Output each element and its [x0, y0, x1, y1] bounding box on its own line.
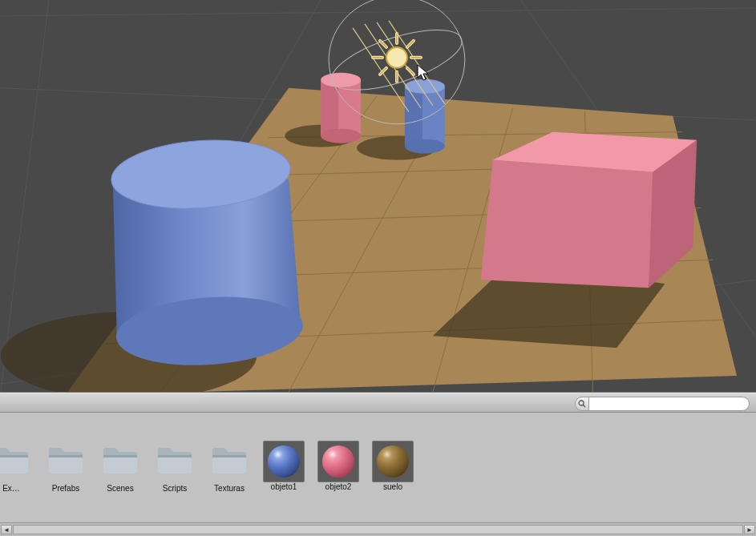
project-folder[interactable]: Prefabs — [43, 441, 88, 493]
svg-point-52 — [579, 401, 584, 405]
project-item-label: suelo — [383, 482, 402, 491]
scene-canvas[interactable] — [0, 0, 756, 392]
svg-point-29 — [386, 47, 407, 68]
pink-cube[interactable] — [481, 132, 697, 288]
small-pink-cylinder[interactable] — [321, 73, 361, 143]
search-icon[interactable] — [575, 397, 589, 411]
svg-point-17 — [321, 129, 361, 143]
project-item-label: objeto1 — [271, 482, 297, 491]
small-blue-cylinder[interactable] — [405, 79, 445, 154]
project-search — [575, 396, 750, 411]
project-folder[interactable]: Texturas — [207, 441, 252, 493]
project-horizontal-scrollbar[interactable]: ◄ ► — [0, 522, 756, 536]
svg-point-21 — [405, 139, 445, 154]
project-folder[interactable]: Scripts — [152, 441, 197, 493]
project-item-label: Scenes — [107, 484, 133, 493]
project-panel[interactable]: Ex… Prefabs Scenes Scripts Texturas — [0, 413, 756, 536]
scroll-left-button[interactable]: ◄ — [1, 525, 12, 534]
project-items-row: Ex… Prefabs Scenes Scripts Texturas — [0, 441, 415, 493]
material-preview-icon — [263, 441, 305, 482]
folder-icon — [46, 444, 85, 476]
project-material[interactable]: objeto1 — [261, 441, 306, 491]
material-preview-icon — [317, 441, 359, 482]
folder-icon — [156, 444, 194, 476]
scroll-track[interactable] — [13, 525, 743, 534]
folder-icon — [0, 444, 30, 476]
project-folder[interactable]: Scenes — [98, 441, 143, 493]
svg-point-22 — [405, 79, 445, 94]
sun-icon — [373, 34, 421, 82]
svg-line-53 — [583, 405, 585, 407]
large-blue-cylinder[interactable] — [109, 135, 305, 371]
project-item-label: objeto2 — [325, 482, 352, 491]
editor-root: Ex… Prefabs Scenes Scripts Texturas — [0, 0, 756, 536]
project-folder[interactable]: Ex… — [0, 441, 34, 493]
project-item-label: Scripts — [163, 484, 188, 493]
material-preview-icon — [372, 441, 414, 482]
folder-icon — [210, 444, 249, 476]
project-search-input[interactable] — [589, 397, 750, 411]
project-item-label: Ex… — [2, 484, 20, 493]
project-item-label: Prefabs — [52, 484, 79, 493]
svg-rect-20 — [405, 87, 422, 147]
project-material[interactable]: suelo — [370, 441, 415, 491]
project-material[interactable]: objeto2 — [316, 441, 361, 491]
folder-icon — [101, 444, 139, 476]
svg-marker-46 — [481, 160, 653, 288]
scroll-right-button[interactable]: ► — [744, 525, 755, 534]
project-item-label: Texturas — [214, 484, 245, 493]
project-toolbar — [0, 393, 756, 413]
svg-point-18 — [321, 73, 361, 87]
scene-view[interactable] — [0, 0, 756, 393]
